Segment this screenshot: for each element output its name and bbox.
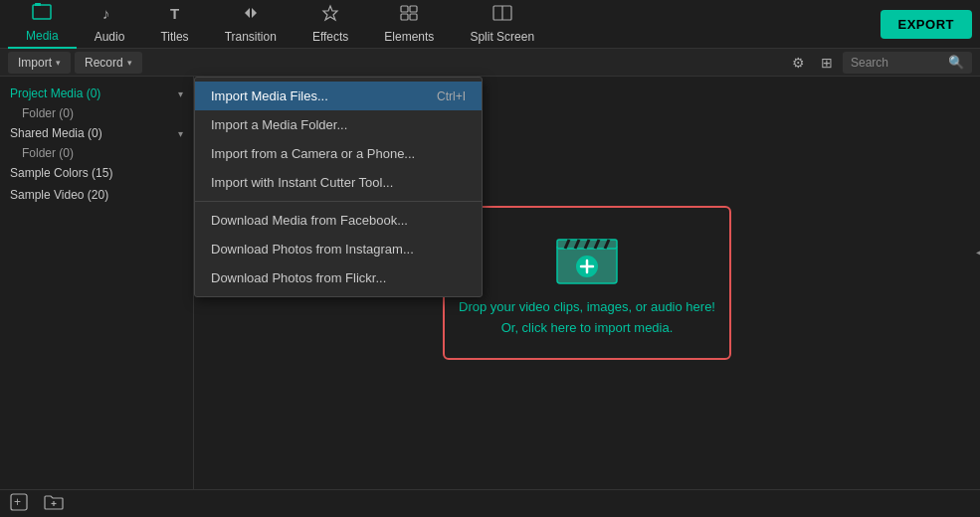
nav-effects-label: Effects — [312, 30, 348, 44]
import-button[interactable]: Import ▾ — [8, 52, 71, 74]
import-dropdown-menu: Import Media Files... Ctrl+I Import a Me… — [194, 77, 483, 297]
nav-elements[interactable]: Elements — [366, 0, 452, 49]
filter-icon[interactable]: ⚙ — [786, 53, 811, 73]
svg-text:T: T — [170, 5, 179, 22]
nav-splitscreen[interactable]: Split Screen — [452, 0, 552, 49]
dropdown-import-folder[interactable]: Import a Media Folder... — [195, 110, 482, 139]
transition-icon — [241, 4, 261, 27]
nav-media-label: Media — [26, 29, 59, 43]
search-icon: 🔍 — [948, 55, 964, 70]
nav-elements-label: Elements — [384, 30, 434, 44]
nav-titles[interactable]: T Titles — [142, 0, 206, 49]
toolbar: Import ▾ Record ▾ ⚙ ⊞ 🔍 — [0, 49, 980, 77]
titles-icon: T — [166, 4, 184, 27]
sidebar-item-sample-colors[interactable]: Sample Colors (15) — [0, 162, 193, 184]
sample-colors-label: Sample Colors (15) — [10, 166, 112, 180]
record-label: Record — [85, 56, 123, 70]
dropdown-import-instant[interactable]: Import with Instant Cutter Tool... — [195, 168, 482, 197]
effects-icon — [320, 4, 340, 27]
export-button[interactable]: EXPORT — [881, 10, 972, 39]
splitscreen-icon — [492, 4, 512, 27]
svg-rect-1 — [35, 3, 41, 6]
sidebar-item-shared-media[interactable]: Shared Media (0) ▾ — [0, 122, 193, 144]
add-media-icon[interactable]: + — [10, 493, 28, 515]
nav-titles-label: Titles — [160, 30, 188, 44]
dropdown-download-instagram[interactable]: Download Photos from Instagram... — [195, 235, 482, 263]
sidebar-item-project-folder[interactable]: Folder (0) — [0, 104, 193, 122]
sidebar-item-project-media[interactable]: Project Media (0) ▾ — [0, 83, 193, 104]
project-media-label: Project Media (0) — [10, 86, 100, 100]
drop-zone-text: Drop your video clips, images, or audio … — [459, 297, 715, 339]
svg-rect-0 — [33, 5, 51, 19]
top-nav: Media ♪ Audio T Titles Transition — [0, 0, 980, 49]
search-box[interactable]: 🔍 — [843, 52, 972, 74]
sample-video-label: Sample Video (20) — [10, 188, 108, 202]
search-input[interactable] — [851, 56, 944, 70]
bottom-bar: + — [0, 489, 980, 517]
svg-text:+: + — [14, 495, 21, 509]
svg-rect-7 — [401, 14, 408, 20]
dropdown-download-flickr[interactable]: Download Photos from Flickr... — [195, 263, 482, 292]
dropdown-import-files[interactable]: Import Media Files... Ctrl+I — [195, 82, 482, 110]
nav-audio[interactable]: ♪ Audio — [77, 0, 143, 49]
content-area: Import Media Files... Ctrl+I Import a Me… — [194, 77, 980, 489]
shared-media-label: Shared Media (0) — [10, 126, 102, 140]
sidebar-item-sample-video[interactable]: Sample Video (20) — [0, 184, 193, 206]
nav-media[interactable]: Media — [8, 0, 77, 49]
svg-marker-4 — [323, 6, 337, 20]
main-layout: Project Media (0) ▾ Folder (0) Shared Me… — [0, 77, 980, 489]
svg-text:♪: ♪ — [102, 5, 110, 22]
dropdown-import-camera[interactable]: Import from a Camera or a Phone... — [195, 139, 482, 168]
import-label: Import — [18, 56, 52, 70]
import-chevron-icon: ▾ — [56, 58, 61, 68]
dropdown-download-facebook[interactable]: Download Media from Facebook... — [195, 206, 482, 235]
project-media-chevron-icon: ▾ — [178, 88, 183, 99]
audio-icon: ♪ — [100, 4, 118, 27]
clapper-icon — [551, 228, 623, 287]
sidebar-item-shared-folder[interactable]: Folder (0) — [0, 144, 193, 162]
nav-transition[interactable]: Transition — [207, 0, 294, 49]
dropdown-separator — [195, 201, 482, 202]
nav-effects[interactable]: Effects — [294, 0, 366, 49]
nav-splitscreen-label: Split Screen — [470, 30, 534, 44]
sidebar: Project Media (0) ▾ Folder (0) Shared Me… — [0, 77, 194, 489]
svg-rect-5 — [401, 6, 408, 12]
record-chevron-icon: ▾ — [127, 58, 132, 68]
nav-transition-label: Transition — [225, 30, 277, 44]
dropdown-container: Import Media Files... Ctrl+I Import a Me… — [194, 77, 483, 297]
add-folder-icon[interactable] — [44, 493, 64, 515]
shared-media-chevron-icon: ▾ — [178, 128, 183, 139]
record-button[interactable]: Record ▾ — [75, 52, 142, 74]
svg-rect-8 — [410, 14, 417, 20]
drop-zone[interactable]: Drop your video clips, images, or audio … — [443, 206, 731, 360]
svg-rect-6 — [410, 6, 417, 12]
nav-audio-label: Audio — [95, 30, 125, 44]
elements-icon — [399, 4, 419, 27]
media-icon — [32, 3, 52, 26]
grid-icon[interactable]: ⊞ — [815, 53, 839, 73]
